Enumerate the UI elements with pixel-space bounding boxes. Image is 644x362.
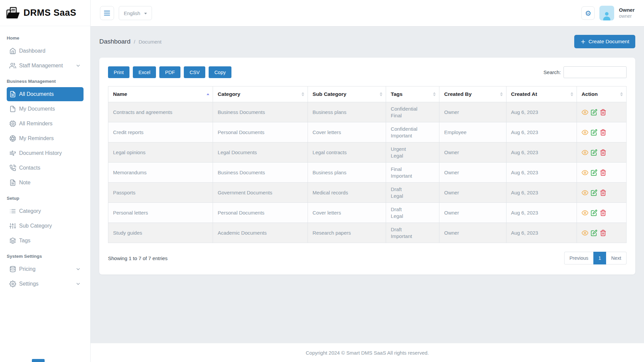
cell-created-by: Owner [439,223,506,243]
aperture-icon [9,135,16,142]
sidebar-item-pricing[interactable]: Pricing [7,262,84,276]
language-dropdown[interactable]: English [119,6,152,20]
sidebar-section-system-settings: System Settings [0,248,90,261]
avatar[interactable] [599,6,614,20]
column-header-action[interactable]: Action [577,86,626,102]
plus-icon [580,39,586,45]
next-page-button[interactable]: Next [606,252,627,264]
cell-created-by: Owner [439,203,506,223]
table-row: Study guides Academic Documents Research… [108,223,627,243]
delete-icon[interactable] [600,149,606,156]
page-number-button[interactable]: 1 [593,252,606,264]
create-document-button[interactable]: Create Document [574,35,635,48]
sidebar-item-sub-category[interactable]: Sub Category [7,219,84,233]
edit-icon[interactable] [591,109,597,116]
cell-created-at: Aug 6, 2023 [506,142,577,163]
edit-icon[interactable] [591,189,597,196]
cell-tags: Urgent Legal [386,142,439,163]
copy-button[interactable]: Copy [209,66,231,78]
chevron-down-icon [75,281,81,287]
column-header-created-by[interactable]: Created By [439,86,506,102]
sidebar: DRMS SaaS Home Dashboard Staff Managemen… [0,0,91,362]
settings-button[interactable]: ⚙ [581,6,595,20]
sidebar-item-label: All Documents [19,91,54,97]
cell-name: Credit reports [108,122,213,142]
sidebar-section-business-management: Business Management [0,73,90,86]
sidebar-item-my-documents[interactable]: My Documents [7,102,84,116]
column-header-sub-category[interactable]: Sub Category [308,86,386,102]
create-document-label: Create Document [589,39,629,45]
view-icon[interactable] [582,209,588,216]
cell-name: Passports [108,183,213,203]
edit-icon[interactable] [591,209,597,216]
column-header-name[interactable]: Name [108,86,213,102]
edit-icon[interactable] [591,149,597,156]
table-row: Legal opinions Legal Documents Legal con… [108,142,627,163]
app-logo[interactable]: DRMS SaaS [0,0,90,26]
page-footer: Copyright 2024 © Smart DMS SaaS All righ… [91,343,644,362]
pdf-button[interactable]: PDF [159,66,180,78]
user-info[interactable]: Owner owner [619,7,635,19]
delete-icon[interactable] [600,209,606,216]
view-icon[interactable] [582,230,588,236]
edit-icon[interactable] [591,230,597,236]
sidebar-item-all-reminders[interactable]: All Reminders [7,117,84,131]
sidebar-item-dashboard[interactable]: Dashboard [7,44,84,58]
edit-icon[interactable] [591,169,597,176]
copyright-text: Copyright 2024 © Smart DMS SaaS All righ… [306,350,429,356]
cell-actions [577,223,626,243]
home-icon [9,48,16,54]
view-icon[interactable] [582,149,588,156]
sort-icon [500,92,503,96]
column-header-category[interactable]: Category [213,86,308,102]
caret-down-icon [144,13,147,14]
sidebar-item-label: Tags [19,238,31,244]
cell-name: Contracts and agreements [108,102,213,122]
sidebar-toggle-button[interactable] [100,6,114,20]
sort-icon [433,92,436,96]
breadcrumb-dashboard[interactable]: Dashboard [99,38,130,45]
file-text-icon [9,91,16,98]
sidebar-item-tags[interactable]: Tags [7,234,84,248]
list-icon [9,208,16,215]
delete-icon[interactable] [600,189,606,196]
table-row: Contracts and agreements Business Docume… [108,102,627,122]
delete-icon[interactable] [600,230,606,236]
cell-created-at: Aug 6, 2023 [506,203,577,223]
print-button[interactable]: Print [108,66,129,78]
cell-actions [577,183,626,203]
search-input[interactable] [564,66,627,78]
column-header-created-at[interactable]: Created At [506,86,577,102]
delete-icon[interactable] [600,109,606,116]
documents-table: Name Category Sub Category Tags [108,86,627,243]
column-header-tags[interactable]: Tags [386,86,439,102]
sidebar-item-category[interactable]: Category [7,204,84,218]
sidebar-item-document-history[interactable]: Document History [7,146,84,160]
edit-icon[interactable] [591,129,597,136]
view-icon[interactable] [582,129,588,136]
delete-icon[interactable] [600,169,606,176]
sidebar-item-contacts[interactable]: Contacts [7,161,84,175]
view-icon[interactable] [582,169,588,176]
sidebar-item-note[interactable]: Note [7,176,84,190]
sidebar-item-settings[interactable]: Settings [7,277,84,291]
pagination: Previous 1 Next [564,252,627,264]
view-icon[interactable] [582,189,588,196]
sort-icon [380,92,382,96]
delete-icon[interactable] [600,129,606,136]
sidebar-item-my-reminders[interactable]: My Reminders [7,131,84,145]
sidebar-item-label: Sub Category [19,223,52,229]
column-label: Sub Category [313,91,346,97]
page-content: Dashboard / Document Create Document Pri… [91,26,644,343]
previous-page-button[interactable]: Previous [564,252,593,264]
csv-button[interactable]: CSV [184,66,205,78]
cell-actions [577,163,626,183]
entries-summary: Showing 1 to 7 of 7 entries [108,255,168,261]
cell-created-at: Aug 6, 2023 [506,163,577,183]
sidebar-item-staff-management[interactable]: Staff Management [7,59,84,73]
chevron-down-icon [75,63,81,68]
cell-created-at: Aug 6, 2023 [506,122,577,142]
excel-button[interactable]: Excel [133,66,156,78]
sidebar-item-all-documents[interactable]: All Documents [7,87,84,101]
view-icon[interactable] [582,109,588,116]
